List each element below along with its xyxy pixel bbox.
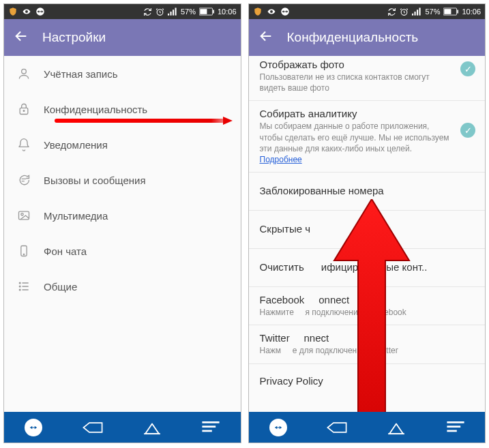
privacy-twitter-connect[interactable]: Twitter nnect Нажм е для подключения к T… — [249, 325, 486, 363]
privacy-list: Отображать фото Пользователи не из списк… — [249, 56, 486, 412]
home-nav-icon[interactable] — [136, 420, 168, 435]
sync-icon — [387, 8, 396, 16]
svg-rect-21 — [203, 430, 212, 432]
item-title: Очистить ифицированные конт.. — [260, 261, 428, 273]
item-subtitle: Пользователи не из списка контактов смог… — [260, 72, 454, 93]
settings-list: Учётная запись Конфиденциальность Уведом… — [4, 56, 241, 412]
battery-icon — [199, 8, 214, 16]
signal-icon — [168, 8, 177, 16]
svg-rect-8 — [213, 10, 214, 13]
svg-rect-12 — [19, 211, 29, 220]
item-title: Собирать аналитику — [260, 108, 454, 119]
clock-time: 10:06 — [462, 8, 481, 16]
svg-rect-20 — [203, 425, 216, 428]
svg-rect-24 — [412, 14, 413, 16]
list-label: Фон чата — [44, 245, 87, 257]
learn-more-link[interactable]: Подробнее — [260, 155, 302, 164]
page-title: Конфиденциальность — [287, 30, 419, 45]
list-label: Конфиденциальность — [44, 104, 147, 115]
sidebar-item-calls[interactable]: Вызовы и сообщения — [4, 162, 241, 198]
back-icon[interactable] — [258, 29, 273, 47]
list-label: Мультимедиа — [44, 210, 108, 222]
check-icon[interactable]: ✓ — [460, 61, 475, 76]
privacy-blocked-numbers[interactable]: Заблокированные номера — [249, 173, 486, 211]
svg-rect-7 — [200, 9, 207, 14]
item-title: Facebook onnect — [260, 294, 476, 305]
back-nav-icon[interactable] — [76, 420, 109, 435]
svg-rect-4 — [173, 10, 174, 15]
eye-icon — [266, 8, 277, 16]
svg-rect-32 — [447, 425, 460, 428]
svg-rect-29 — [445, 9, 451, 14]
shield-icon — [8, 7, 18, 16]
page-title: Настройки — [42, 30, 106, 45]
sync-icon — [143, 8, 152, 16]
privacy-facebook-connect[interactable]: Facebook onnect Нажмите я подключения к … — [249, 287, 486, 325]
item-title: Отображать фото — [260, 59, 454, 70]
item-subtitle: Нажмите я подключения к Facebook — [260, 307, 476, 318]
item-title: Twitter nnect — [260, 332, 476, 344]
image-icon — [16, 208, 31, 223]
item-title: Заблокированные номера — [260, 185, 384, 196]
svg-point-15 — [23, 254, 24, 254]
list-label: Вызовы и сообщения — [44, 175, 146, 186]
android-nav-bar — [4, 412, 241, 443]
svg-point-16 — [19, 282, 20, 284]
battery-percent: 57% — [181, 8, 196, 16]
battery-icon — [443, 8, 458, 16]
teamviewer-nav-icon[interactable] — [262, 419, 295, 436]
recent-nav-icon[interactable] — [439, 421, 472, 434]
user-icon — [16, 66, 31, 81]
privacy-show-photo[interactable]: Отображать фото Пользователи не из списк… — [249, 56, 486, 101]
status-left-icons — [8, 7, 45, 16]
list-label: Уведомления — [44, 139, 108, 151]
item-title: Скрытые ч — [260, 223, 311, 235]
sidebar-item-account[interactable]: Учётная запись — [4, 56, 241, 91]
phone-icon — [16, 243, 31, 258]
bell-icon — [16, 137, 31, 152]
list-label: Учётная запись — [44, 68, 118, 80]
clock-time: 10:06 — [218, 8, 237, 16]
privacy-clear-trusted[interactable]: Очистить ифицированные конт.. — [249, 249, 486, 287]
svg-rect-5 — [175, 8, 176, 15]
list-icon — [16, 279, 31, 294]
svg-rect-19 — [203, 421, 220, 423]
privacy-hidden-chats[interactable]: Скрытые ч — [249, 211, 486, 249]
back-icon[interactable] — [14, 29, 29, 47]
phone-left: 57% 10:06 Настройки Учётная запись Конфи… — [3, 3, 241, 443]
svg-point-13 — [21, 213, 23, 215]
alarm-icon — [400, 8, 409, 16]
svg-rect-31 — [447, 421, 464, 423]
sidebar-item-general[interactable]: Общие — [4, 269, 241, 304]
status-right-icons: 57% 10:06 — [143, 8, 237, 16]
item-subtitle: Нажм е для подключения к Twitter — [260, 345, 476, 356]
eye-icon — [21, 8, 32, 16]
sidebar-item-privacy[interactable]: Конфиденциальность — [4, 91, 241, 127]
shield-icon — [253, 7, 263, 16]
recent-nav-icon[interactable] — [194, 421, 227, 434]
sidebar-item-notifications[interactable]: Уведомления — [4, 127, 241, 162]
status-bar: 57% 10:06 — [249, 4, 486, 19]
item-title: Privacy Policy — [260, 375, 323, 387]
svg-rect-30 — [458, 10, 459, 13]
privacy-policy[interactable]: Privacy Policy — [249, 364, 486, 399]
teamviewer-status-icon — [280, 7, 290, 16]
back-nav-icon[interactable] — [321, 420, 353, 435]
sidebar-item-media[interactable]: Мультимедиа — [4, 198, 241, 233]
phone-right: 57% 10:06 Конфиденциальность Отображать … — [248, 3, 486, 443]
check-icon[interactable]: ✓ — [460, 123, 475, 138]
svg-point-11 — [23, 110, 25, 112]
teamviewer-nav-icon[interactable] — [17, 419, 50, 436]
app-bar: Настройки — [4, 19, 241, 56]
svg-point-9 — [22, 69, 27, 74]
sidebar-item-wallpaper[interactable]: Фон чата — [4, 233, 241, 269]
list-label: Общие — [44, 281, 77, 293]
svg-rect-27 — [419, 8, 421, 15]
svg-rect-3 — [170, 12, 171, 16]
android-nav-bar — [249, 412, 486, 443]
alarm-icon — [155, 8, 164, 16]
home-nav-icon[interactable] — [380, 420, 413, 435]
privacy-analytics[interactable]: Собирать аналитику Мы собираем данные о … — [249, 101, 486, 173]
svg-rect-33 — [447, 430, 456, 432]
chat-icon — [16, 173, 31, 188]
